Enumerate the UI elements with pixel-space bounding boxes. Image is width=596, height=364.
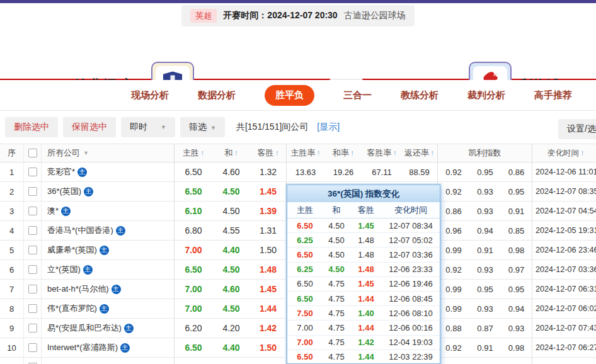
popup-odds-cell: 1.45 (350, 221, 382, 230)
row-checkbox[interactable] (28, 187, 37, 196)
show-link[interactable]: [显示] (317, 122, 340, 133)
sort-asc-icon[interactable]: ↑ (430, 149, 434, 157)
row-checkbox[interactable] (28, 168, 37, 176)
sort-asc-icon[interactable]: ↑ (393, 149, 397, 157)
sort-asc-icon[interactable]: ↑ (275, 149, 279, 157)
header-away-odds[interactable]: 客胜↑ (250, 144, 287, 162)
header-payout-rate[interactable]: 返还率↑ (401, 144, 438, 162)
kelly-cell: 0.86 (438, 202, 469, 220)
popup-odds-cell: 1.48 (350, 236, 382, 245)
popup-odds-cell: 6.50 (287, 279, 323, 288)
tab-live-analysis[interactable]: 现场分析 (131, 89, 169, 101)
header-change-time[interactable]: 变化时间↑ (532, 144, 596, 162)
company-cell[interactable]: 竞彩官*主 (42, 162, 175, 181)
row-checkbox[interactable] (28, 246, 37, 254)
row-checkbox[interactable] (28, 207, 37, 215)
filter-label: 筛选 (189, 122, 207, 132)
home-badge-icon: 主 (100, 304, 109, 314)
popup-odds-cell: 6.25 (287, 236, 323, 245)
row-checkbox-cell (24, 260, 42, 279)
odds-cell: 6.50 (175, 182, 212, 201)
home-badge-icon: 主 (120, 343, 130, 353)
company-name: 伟*(直布罗陀) (47, 303, 97, 314)
sort-asc-icon[interactable]: ↑ (234, 149, 238, 157)
company-cell[interactable]: 威廉希*(英国)主 (42, 241, 175, 259)
header-away-rate[interactable]: 客胜率↑ (362, 144, 401, 162)
kickoff-label: 开赛时间： (223, 10, 267, 20)
popup-header-draw: 和 (323, 205, 350, 216)
tab-win-draw-lose[interactable]: 胜平负 (265, 85, 314, 106)
change-time-cell: 2024-12-07 04:54 (532, 202, 596, 220)
settings-button[interactable]: 设置/选 (558, 119, 596, 139)
instant-odds-label: 即时 (130, 122, 147, 133)
kelly-cell: 0.92 (438, 338, 469, 357)
company-cell[interactable]: 易*(安提瓜和巴布达)主 (42, 319, 175, 338)
company-name: bet-at-h*(马尔他) (47, 283, 109, 295)
match-header: 埃弗顿(主) Everton 倒计时： 696 分钟 L.F.C. (0, 28, 596, 80)
tab-expert-picks[interactable]: 高手推荐 (534, 89, 572, 101)
header-company[interactable]: 所有公司▼ (42, 144, 175, 162)
odds-cell: 4.40 (212, 241, 250, 259)
kelly-cell: 0.93 (469, 299, 501, 318)
delete-selected-button[interactable]: 删除选中 (5, 117, 58, 137)
header-home-rate[interactable]: 主胜率↑ (287, 144, 324, 162)
select-all-checkbox[interactable] (28, 149, 37, 157)
tab-coach-analysis[interactable]: 教练分析 (401, 89, 438, 101)
company-cell[interactable]: 36*(英国)主 (42, 182, 175, 201)
company-cell[interactable]: 香港马*(中国香港)主 (42, 221, 175, 240)
row-checkbox[interactable] (28, 265, 37, 274)
tab-data-analysis[interactable]: 数据分析 (198, 89, 236, 101)
sort-asc-icon[interactable]: ↑ (317, 149, 321, 157)
tab-referee-analysis[interactable]: 裁判分析 (467, 89, 505, 101)
popup-header-time: 变化时间 (382, 205, 440, 216)
header-home-odds[interactable]: 主胜↑ (175, 144, 212, 162)
popup-odds-cell: 4.75 (323, 338, 350, 347)
company-cell[interactable]: 伟*(直布罗陀)主 (42, 299, 175, 318)
home-badge-icon: 主 (124, 324, 134, 333)
company-name: Interwet*(塞浦路斯) (47, 342, 118, 353)
popup-row: 6.254.501.4812-07 05:02 (287, 233, 440, 247)
tab-three-in-one[interactable]: 三合一 (343, 89, 372, 101)
odds-cell (250, 358, 287, 364)
row-checkbox[interactable] (28, 285, 37, 293)
row-checkbox[interactable] (28, 343, 37, 352)
row-checkbox[interactable] (28, 226, 37, 235)
company-cell[interactable]: 澳*主 (42, 202, 175, 220)
header-draw-odds[interactable]: 和↑ (212, 144, 250, 162)
filter-dropdown[interactable]: 筛选▼ (180, 117, 225, 137)
odds-cell: 1.44 (250, 299, 287, 318)
kelly-cell (469, 358, 501, 364)
company-cell[interactable]: Interwet*(塞浦路斯)主 (42, 338, 175, 357)
company-cell[interactable]: bet-at-h*(马尔他)主 (42, 280, 175, 299)
odds-cell: 1.42 (250, 319, 287, 338)
popup-row: 6.504.501.4812-07 03:36 (287, 247, 440, 262)
row-checkbox[interactable] (28, 324, 37, 333)
sort-asc-icon[interactable]: ↑ (350, 149, 354, 157)
odds-cell: 1.45 (250, 182, 287, 201)
odds-cell: 6.80 (175, 221, 212, 240)
row-number: 5 (0, 241, 24, 259)
header-select-all[interactable] (24, 144, 42, 162)
popup-odds-cell: 6.50 (287, 352, 323, 361)
kelly-cell: 0.99 (438, 299, 469, 318)
company-cell[interactable]: 立*(英国)主 (42, 260, 175, 279)
sort-asc-icon[interactable]: ↑ (580, 149, 584, 157)
instant-odds-dropdown[interactable]: 即时▼ (121, 117, 175, 137)
home-badge-icon: 主 (84, 187, 93, 196)
odds-cell: 4.50 (212, 260, 250, 279)
popup-time-cell: 12-04 19:03 (382, 338, 440, 347)
popup-header-home: 主胜 (287, 205, 323, 216)
home-badge-icon: 主 (112, 285, 121, 294)
keep-selected-button[interactable]: 保留选中 (63, 117, 116, 137)
header-draw-rate[interactable]: 和率↑ (324, 144, 362, 162)
company-cell[interactable] (42, 358, 175, 364)
popup-header-away: 客胜 (350, 205, 382, 216)
kelly-cell: 0.92 (438, 260, 469, 279)
kelly-cell: 0.97 (501, 260, 532, 279)
row-checkbox[interactable] (28, 304, 37, 313)
popup-time-cell: 12-06 08:10 (382, 309, 440, 318)
change-time-cell: 2024-12-07 08:35 (532, 182, 596, 201)
kelly-cell: 0.94 (469, 221, 501, 240)
league-badge: 英超 (190, 9, 217, 23)
sort-asc-icon[interactable]: ↑ (200, 149, 204, 157)
